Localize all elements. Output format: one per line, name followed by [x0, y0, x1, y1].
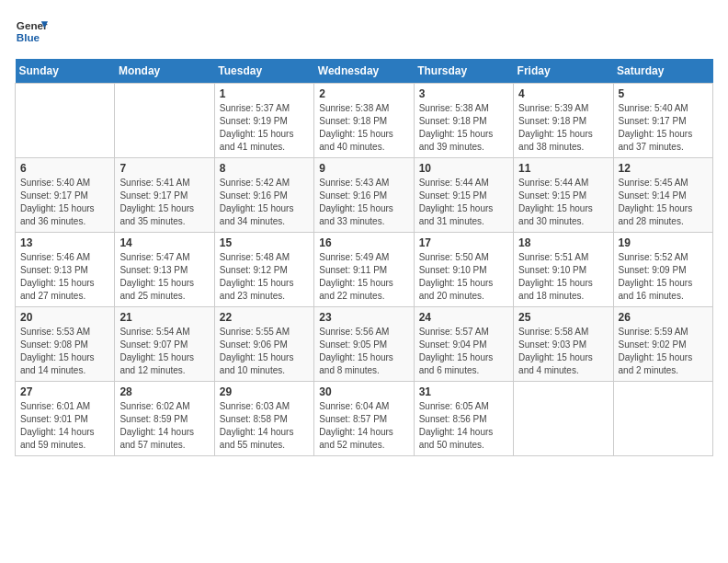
day-info: Sunrise: 5:50 AM Sunset: 9:10 PM Dayligh… — [419, 251, 508, 303]
calendar-cell: 5Sunrise: 5:40 AM Sunset: 9:17 PM Daylig… — [613, 84, 712, 158]
day-number: 14 — [119, 236, 209, 249]
day-info: Sunrise: 5:44 AM Sunset: 9:15 PM Dayligh… — [518, 177, 608, 228]
calendar-cell: 31Sunrise: 6:05 AM Sunset: 8:56 PM Dayli… — [414, 382, 513, 456]
calendar-week-row: 20Sunrise: 5:53 AM Sunset: 9:08 PM Dayli… — [16, 307, 713, 382]
calendar-cell: 12Sunrise: 5:45 AM Sunset: 9:14 PM Dayli… — [613, 158, 712, 233]
calendar-cell: 7Sunrise: 5:41 AM Sunset: 9:17 PM Daylig… — [115, 158, 214, 233]
day-info: Sunrise: 5:44 AM Sunset: 9:15 PM Dayligh… — [419, 177, 508, 228]
day-info: Sunrise: 5:42 AM Sunset: 9:16 PM Dayligh… — [220, 177, 309, 228]
calendar-cell — [514, 382, 613, 456]
column-header-tuesday: Tuesday — [214, 59, 313, 84]
calendar-cell: 1Sunrise: 5:37 AM Sunset: 9:19 PM Daylig… — [214, 84, 313, 158]
calendar-cell — [16, 84, 115, 158]
day-info: Sunrise: 5:47 AM Sunset: 9:13 PM Dayligh… — [119, 251, 209, 303]
calendar-cell: 28Sunrise: 6:02 AM Sunset: 8:59 PM Dayli… — [115, 382, 214, 456]
calendar-cell: 17Sunrise: 5:50 AM Sunset: 9:10 PM Dayli… — [414, 233, 513, 307]
day-info: Sunrise: 5:43 AM Sunset: 9:16 PM Dayligh… — [319, 177, 408, 228]
day-number: 18 — [518, 236, 608, 249]
day-number: 4 — [518, 87, 608, 100]
calendar-cell: 20Sunrise: 5:53 AM Sunset: 9:08 PM Dayli… — [16, 307, 115, 382]
day-number: 27 — [20, 385, 109, 398]
day-info: Sunrise: 5:48 AM Sunset: 9:12 PM Dayligh… — [220, 251, 309, 303]
calendar-cell: 2Sunrise: 5:38 AM Sunset: 9:18 PM Daylig… — [314, 84, 414, 158]
calendar-week-row: 13Sunrise: 5:46 AM Sunset: 9:13 PM Dayli… — [16, 233, 713, 307]
calendar-cell: 25Sunrise: 5:58 AM Sunset: 9:03 PM Dayli… — [514, 307, 613, 382]
day-info: Sunrise: 5:53 AM Sunset: 9:08 PM Dayligh… — [20, 326, 109, 377]
calendar-cell: 11Sunrise: 5:44 AM Sunset: 9:15 PM Dayli… — [514, 158, 613, 233]
day-info: Sunrise: 5:59 AM Sunset: 9:02 PM Dayligh… — [619, 326, 708, 377]
day-number: 21 — [119, 311, 209, 324]
day-number: 13 — [20, 236, 109, 249]
day-number: 29 — [220, 385, 309, 398]
calendar-cell: 16Sunrise: 5:49 AM Sunset: 9:11 PM Dayli… — [314, 233, 414, 307]
day-number: 24 — [419, 311, 508, 324]
day-number: 23 — [319, 311, 408, 324]
day-info: Sunrise: 5:56 AM Sunset: 9:05 PM Dayligh… — [319, 326, 408, 377]
logo: General Blue — [15, 15, 48, 48]
column-header-wednesday: Wednesday — [314, 59, 414, 84]
day-info: Sunrise: 5:45 AM Sunset: 9:14 PM Dayligh… — [619, 177, 708, 228]
column-header-thursday: Thursday — [414, 59, 513, 84]
day-number: 5 — [619, 87, 708, 100]
calendar-cell: 8Sunrise: 5:42 AM Sunset: 9:16 PM Daylig… — [214, 158, 313, 233]
day-info: Sunrise: 5:37 AM Sunset: 9:19 PM Dayligh… — [220, 102, 309, 154]
calendar-cell — [115, 84, 214, 158]
day-number: 25 — [518, 311, 608, 324]
calendar-cell: 9Sunrise: 5:43 AM Sunset: 9:16 PM Daylig… — [314, 158, 414, 233]
calendar-table: SundayMondayTuesdayWednesdayThursdayFrid… — [15, 59, 713, 456]
day-info: Sunrise: 5:38 AM Sunset: 9:18 PM Dayligh… — [319, 102, 408, 154]
calendar-cell: 4Sunrise: 5:39 AM Sunset: 9:18 PM Daylig… — [514, 84, 613, 158]
logo-icon: General Blue — [15, 15, 48, 48]
day-info: Sunrise: 6:03 AM Sunset: 8:58 PM Dayligh… — [220, 400, 309, 452]
calendar-header-row: SundayMondayTuesdayWednesdayThursdayFrid… — [16, 59, 713, 84]
day-number: 10 — [419, 162, 508, 175]
day-number: 6 — [20, 162, 109, 175]
calendar-cell: 13Sunrise: 5:46 AM Sunset: 9:13 PM Dayli… — [16, 233, 115, 307]
day-number: 28 — [119, 385, 209, 398]
day-number: 20 — [20, 311, 109, 324]
calendar-cell: 30Sunrise: 6:04 AM Sunset: 8:57 PM Dayli… — [314, 382, 414, 456]
day-number: 7 — [119, 162, 209, 175]
day-info: Sunrise: 5:46 AM Sunset: 9:13 PM Dayligh… — [20, 251, 109, 303]
day-info: Sunrise: 5:41 AM Sunset: 9:17 PM Dayligh… — [119, 177, 209, 228]
day-info: Sunrise: 5:38 AM Sunset: 9:18 PM Dayligh… — [419, 102, 508, 154]
day-info: Sunrise: 6:04 AM Sunset: 8:57 PM Dayligh… — [319, 400, 408, 452]
day-number: 3 — [419, 87, 508, 100]
day-number: 9 — [319, 162, 408, 175]
day-number: 31 — [419, 385, 508, 398]
calendar-cell: 19Sunrise: 5:52 AM Sunset: 9:09 PM Dayli… — [613, 233, 712, 307]
day-info: Sunrise: 5:54 AM Sunset: 9:07 PM Dayligh… — [119, 326, 209, 377]
svg-text:Blue: Blue — [17, 31, 40, 43]
day-number: 19 — [619, 236, 708, 249]
calendar-cell: 14Sunrise: 5:47 AM Sunset: 9:13 PM Dayli… — [115, 233, 214, 307]
day-number: 16 — [319, 236, 408, 249]
calendar-cell: 27Sunrise: 6:01 AM Sunset: 9:01 PM Dayli… — [16, 382, 115, 456]
calendar-week-row: 6Sunrise: 5:40 AM Sunset: 9:17 PM Daylig… — [16, 158, 713, 233]
day-info: Sunrise: 5:57 AM Sunset: 9:04 PM Dayligh… — [419, 326, 508, 377]
day-number: 15 — [220, 236, 309, 249]
day-info: Sunrise: 5:58 AM Sunset: 9:03 PM Dayligh… — [518, 326, 608, 377]
day-number: 8 — [220, 162, 309, 175]
day-info: Sunrise: 5:40 AM Sunset: 9:17 PM Dayligh… — [619, 102, 708, 154]
calendar-cell: 22Sunrise: 5:55 AM Sunset: 9:06 PM Dayli… — [214, 307, 313, 382]
calendar-cell: 18Sunrise: 5:51 AM Sunset: 9:10 PM Dayli… — [514, 233, 613, 307]
calendar-week-row: 1Sunrise: 5:37 AM Sunset: 9:19 PM Daylig… — [16, 84, 713, 158]
day-info: Sunrise: 5:49 AM Sunset: 9:11 PM Dayligh… — [319, 251, 408, 303]
day-info: Sunrise: 5:40 AM Sunset: 9:17 PM Dayligh… — [20, 177, 109, 228]
day-info: Sunrise: 6:01 AM Sunset: 9:01 PM Dayligh… — [20, 400, 109, 452]
column-header-saturday: Saturday — [613, 59, 712, 84]
day-number: 1 — [220, 87, 309, 100]
calendar-cell: 3Sunrise: 5:38 AM Sunset: 9:18 PM Daylig… — [414, 84, 513, 158]
calendar-cell: 6Sunrise: 5:40 AM Sunset: 9:17 PM Daylig… — [16, 158, 115, 233]
day-number: 17 — [419, 236, 508, 249]
calendar-cell: 24Sunrise: 5:57 AM Sunset: 9:04 PM Dayli… — [414, 307, 513, 382]
day-info: Sunrise: 6:05 AM Sunset: 8:56 PM Dayligh… — [419, 400, 508, 452]
calendar-week-row: 27Sunrise: 6:01 AM Sunset: 9:01 PM Dayli… — [16, 382, 713, 456]
page-header: General Blue — [15, 15, 713, 48]
day-info: Sunrise: 5:39 AM Sunset: 9:18 PM Dayligh… — [518, 102, 608, 154]
calendar-cell: 10Sunrise: 5:44 AM Sunset: 9:15 PM Dayli… — [414, 158, 513, 233]
day-number: 2 — [319, 87, 408, 100]
column-header-friday: Friday — [514, 59, 613, 84]
column-header-sunday: Sunday — [16, 59, 115, 84]
day-info: Sunrise: 5:51 AM Sunset: 9:10 PM Dayligh… — [518, 251, 608, 303]
